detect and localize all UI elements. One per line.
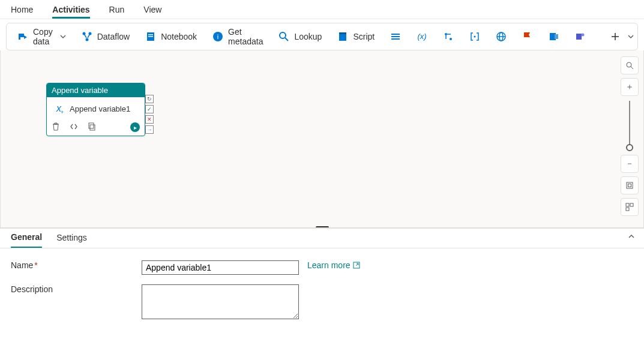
script-button[interactable]: Script xyxy=(331,28,381,46)
copy-data-button[interactable]: Copy data xyxy=(11,23,72,50)
toolbar-extra-3[interactable] xyxy=(437,28,460,46)
panel-resize-handle[interactable] xyxy=(316,226,329,228)
get-metadata-button[interactable]: i Get metadata xyxy=(206,23,269,50)
canvas-inner[interactable]: Append variable x+ Append variable1 ▸ ↻ … xyxy=(1,50,616,227)
svg-rect-24 xyxy=(576,34,582,40)
menu-view[interactable]: View xyxy=(143,5,161,19)
svg-rect-29 xyxy=(89,123,94,128)
svg-rect-34 xyxy=(626,203,629,206)
menu-run[interactable]: Run xyxy=(109,5,125,19)
search-icon xyxy=(278,31,289,42)
svg-rect-28 xyxy=(90,125,95,130)
copy-icon[interactable] xyxy=(88,122,97,132)
svg-rect-5 xyxy=(148,36,153,37)
lookup-label: Lookup xyxy=(294,32,322,41)
toolbar-extra-4[interactable] xyxy=(463,28,486,46)
zoom-slider-knob[interactable] xyxy=(626,144,633,151)
globe-icon xyxy=(496,31,507,42)
external-link-icon xyxy=(353,262,360,269)
toolbar-extra-6[interactable] xyxy=(516,28,539,46)
plus-icon xyxy=(610,31,621,42)
zoom-out-button[interactable]: － xyxy=(621,155,639,173)
handle-fail[interactable]: ✕ xyxy=(145,115,154,124)
menu-activities[interactable]: Activities xyxy=(52,5,89,19)
svg-rect-11 xyxy=(339,32,346,34)
info-icon: i xyxy=(212,31,223,42)
handle-success[interactable]: ✓ xyxy=(145,105,154,113)
svg-rect-35 xyxy=(630,203,633,206)
toolbar-teams[interactable] xyxy=(569,28,592,46)
outlook-icon xyxy=(549,31,559,42)
zoom-slider-track[interactable] xyxy=(629,101,630,146)
svg-rect-23 xyxy=(555,34,558,39)
get-metadata-label: Get metadata xyxy=(228,27,263,46)
delete-icon[interactable] xyxy=(52,122,61,132)
svg-text:i: i xyxy=(217,33,218,40)
activity-output-handles: ↻ ✓ ✕ → xyxy=(145,95,154,134)
chevron-down-icon xyxy=(628,34,634,40)
chevron-down-icon xyxy=(60,34,66,40)
svg-rect-33 xyxy=(628,184,631,187)
panel-tabs: General Settings xyxy=(0,229,644,248)
tab-settings[interactable]: Settings xyxy=(56,233,87,247)
svg-line-9 xyxy=(285,38,288,41)
svg-point-8 xyxy=(280,32,286,38)
activity-footer: ▸ xyxy=(47,120,145,136)
row-name: Name* Learn more xyxy=(11,260,633,275)
svg-point-25 xyxy=(582,34,585,37)
dataflow-button[interactable]: Dataflow xyxy=(76,28,136,46)
canvas-search-button[interactable] xyxy=(621,56,639,74)
script-icon xyxy=(337,31,348,42)
minimap-button[interactable] xyxy=(621,198,639,216)
canvas-zoom-rail: ＋ － xyxy=(619,56,640,220)
lookup-button[interactable]: Lookup xyxy=(272,28,328,46)
toolbar-container: Copy data Dataflow Notebook i Get metada… xyxy=(0,19,644,50)
variable-x-icon: x+ xyxy=(52,102,65,115)
notebook-label: Notebook xyxy=(161,32,197,41)
svg-rect-14 xyxy=(391,38,400,40)
name-input[interactable] xyxy=(142,260,299,275)
tab-general[interactable]: General xyxy=(11,232,42,248)
handle-skip[interactable]: ↻ xyxy=(145,95,154,103)
svg-rect-12 xyxy=(391,34,400,35)
row-description: Description xyxy=(11,284,633,319)
svg-text:+: + xyxy=(61,109,64,115)
toolbar-variable[interactable]: (x) xyxy=(411,28,433,46)
code-icon[interactable] xyxy=(70,122,79,132)
list-icon xyxy=(390,31,401,42)
flag-icon xyxy=(522,31,533,42)
svg-line-31 xyxy=(631,67,633,69)
activity-name: Append variable1 xyxy=(70,104,130,113)
general-form: Name* Learn more Description xyxy=(0,248,644,341)
svg-rect-4 xyxy=(148,34,153,35)
svg-text:(x): (x) xyxy=(418,32,427,41)
top-menu: Home Activities Run View xyxy=(0,0,644,19)
zoom-fit-button[interactable] xyxy=(621,176,639,194)
activity-header: Append variable xyxy=(47,83,145,97)
menu-home[interactable]: Home xyxy=(11,5,33,19)
toolbar-web[interactable] xyxy=(490,28,513,46)
pipeline-canvas[interactable]: Append variable x+ Append variable1 ▸ ↻ … xyxy=(0,50,644,228)
notebook-icon xyxy=(145,31,156,42)
activity-body: x+ Append variable1 xyxy=(47,97,145,120)
toolbar-extra-1[interactable] xyxy=(384,28,407,46)
description-input[interactable] xyxy=(142,284,299,319)
copy-data-label: Copy data xyxy=(33,27,53,46)
copy-data-icon xyxy=(17,31,28,42)
variable-icon: (x) xyxy=(417,31,427,42)
svg-rect-32 xyxy=(627,182,633,188)
svg-point-17 xyxy=(450,38,452,40)
zoom-in-button[interactable]: ＋ xyxy=(621,78,639,96)
learn-more-link[interactable]: Learn more xyxy=(307,260,360,270)
activities-toolbar: Copy data Dataflow Notebook i Get metada… xyxy=(6,23,638,50)
notebook-button[interactable]: Notebook xyxy=(139,28,203,46)
run-activity-icon[interactable]: ▸ xyxy=(130,122,140,132)
svg-point-30 xyxy=(627,62,631,67)
handle-completion[interactable]: → xyxy=(145,125,154,134)
activity-append-variable[interactable]: Append variable x+ Append variable1 ▸ xyxy=(46,83,145,136)
svg-point-2 xyxy=(85,38,88,41)
toolbar-outlook[interactable] xyxy=(543,28,565,46)
panel-collapse-button[interactable] xyxy=(627,232,636,241)
add-activity-button[interactable] xyxy=(604,28,640,46)
brackets-icon xyxy=(469,31,480,42)
